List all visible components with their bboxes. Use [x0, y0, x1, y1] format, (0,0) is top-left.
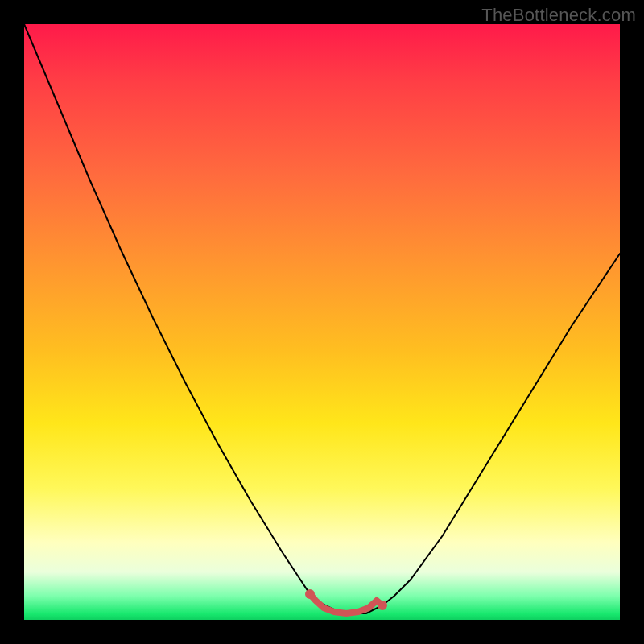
- highlight-dot-right: [378, 601, 387, 610]
- watermark-label: TheBottleneck.com: [481, 5, 636, 26]
- highlight-dot-left: [305, 589, 315, 599]
- chart-frame: TheBottleneck.com: [0, 0, 644, 644]
- main-curve: [24, 24, 620, 613]
- curve-layer: [24, 24, 620, 620]
